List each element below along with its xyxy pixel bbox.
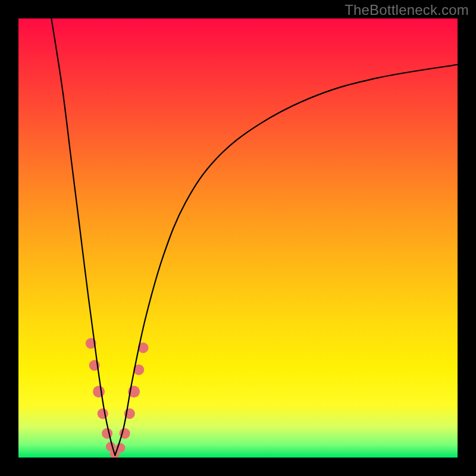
chart-frame: TheBottleneck.com (0, 0, 476, 476)
data-dot (93, 386, 105, 397)
plot-area (18, 18, 458, 458)
curve-left-branch (51, 18, 115, 455)
watermark-text: TheBottleneck.com (345, 2, 469, 18)
data-dot (98, 408, 108, 419)
data-dot (102, 428, 112, 439)
curve-right-branch (115, 64, 458, 455)
chart-svg (18, 18, 458, 458)
pink-dots-group (86, 338, 149, 458)
